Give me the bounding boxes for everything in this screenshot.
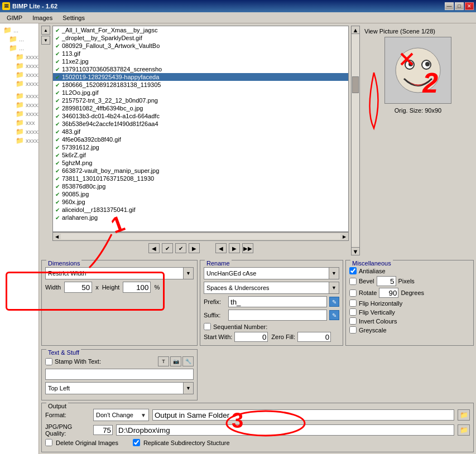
list-item[interactable]: ✔ aliceidol__r1831375041.gif [53, 206, 348, 214]
underscore-select-arrow[interactable]: ▼ [329, 282, 339, 293]
rotate-input[interactable] [379, 288, 398, 298]
list-item[interactable]: ✔ 853876d80c.jpg [53, 182, 348, 190]
suffix-edit-button[interactable]: ✎ [329, 310, 339, 320]
text-action-btn-3[interactable]: 🔧 [182, 356, 194, 366]
tree-item[interactable]: 📁 xxxxxxxx [2, 79, 36, 88]
text-action-btn-2[interactable]: 📷 [170, 356, 181, 366]
minimize-button[interactable]: — [445, 2, 454, 10]
maximize-button[interactable]: □ [455, 2, 464, 10]
vscroll-down[interactable]: ▼ [352, 247, 359, 255]
list-item[interactable]: ✔ _All_I_Want_For_Xmas__by_jagsc [53, 26, 348, 34]
list-item-selected[interactable]: ✔ 1502019-1282925439-happyfaceda [53, 73, 348, 81]
list-item[interactable]: ✔ 289981082_4ffb6394bc_o.jpg [53, 104, 348, 112]
menu-images[interactable]: Images [28, 13, 57, 22]
tree-item[interactable]: 📁 xxxxxxxx [2, 100, 36, 109]
case-select[interactable]: UncHanGEd cAse ▼ [204, 267, 339, 279]
horizontal-scrollbar[interactable]: ◀ ▶ [52, 232, 349, 241]
list-item[interactable]: ✔ 57391612.jpg [53, 143, 348, 151]
prefix-edit-button[interactable]: ✎ [329, 297, 339, 307]
list-item[interactable]: ✔ 36b538e94c2accfe1f490d81f26aa4 [53, 120, 348, 128]
bevel-input[interactable] [377, 276, 396, 286]
tree-item[interactable]: 📁 xxxxxxxx [2, 127, 36, 136]
tree-item[interactable]: 📁 xxxxxxxxxx [2, 91, 36, 100]
tree-item[interactable]: 📁 ... [2, 35, 36, 44]
vscroll-up[interactable]: ▲ [352, 26, 359, 34]
invert-checkbox[interactable] [349, 317, 357, 325]
tree-item[interactable]: 📁 xxx [2, 118, 36, 127]
antialias-checkbox[interactable] [349, 267, 357, 274]
list-item[interactable]: ✔ 13791103703605837824_screensho [53, 65, 348, 73]
suffix-input[interactable] [228, 310, 327, 321]
nav-next-button[interactable]: ▶ [229, 243, 240, 253]
tree-item[interactable]: 📁 xxxxxxxxx_xxxx [2, 52, 36, 61]
scroll-down-button[interactable]: ▼ [41, 36, 50, 45]
height-input[interactable] [123, 282, 151, 293]
tree-item[interactable]: 📁 xxxxxxxx [2, 109, 36, 118]
position-select-arrow[interactable]: ▼ [183, 383, 193, 394]
stamp-text-input[interactable] [45, 369, 194, 380]
menu-settings[interactable]: Settings [58, 13, 89, 22]
menu-gimp[interactable]: GIMP [2, 13, 27, 22]
nav-play-button[interactable]: ▶ [189, 243, 200, 253]
close-button[interactable]: ✕ [465, 2, 474, 10]
tree-item[interactable]: 📁 xxxxxxx_xxxxxxx [2, 61, 36, 70]
list-item[interactable]: ✔ _droplet__by_SparklyDest.gif [53, 34, 348, 42]
nav-end-button[interactable]: ▶▶ [242, 243, 253, 253]
output-dir-input[interactable] [116, 424, 454, 436]
dimension-select-arrow[interactable]: ▼ [183, 268, 193, 279]
vertical-scrollbar[interactable]: ▲ ▼ [351, 26, 360, 255]
bevel-checkbox[interactable] [349, 278, 357, 285]
start-with-input[interactable] [234, 332, 268, 342]
list-item[interactable]: ✔ 11xe2.jpg [53, 57, 348, 65]
sequential-checkbox[interactable] [204, 323, 211, 330]
case-select-arrow[interactable]: ▼ [329, 268, 339, 279]
list-item[interactable]: ✔ 5k6rZ.gif [53, 151, 348, 159]
list-item[interactable]: ✔ 180666_152089128183138_119305 [53, 81, 348, 89]
scroll-up-button[interactable]: ▲ [41, 26, 50, 35]
list-item[interactable]: ✔ 663872-vault_boy_manip_super.jpg [53, 167, 348, 175]
text-action-btn-1[interactable]: T [158, 356, 169, 366]
list-item[interactable]: ✔ 4f6e06a392cb8f40.gif [53, 136, 348, 143]
file-list[interactable]: ✔ _All_I_Want_For_Xmas__by_jagsc ✔ _drop… [52, 26, 349, 232]
scroll-right-button[interactable]: ▶ [342, 234, 347, 239]
tree-item[interactable]: 📁 xxxxxxxxxx [2, 70, 36, 79]
stamp-checkbox[interactable] [45, 358, 52, 365]
tree-item[interactable]: 📁 ... [2, 44, 36, 52]
nav-check2-button[interactable]: ✔ [175, 243, 186, 253]
width-input[interactable] [64, 282, 92, 293]
prefix-input[interactable] [228, 296, 327, 307]
title-bar: 🖼 BIMP Lite - 1.62 — □ ✕ [0, 0, 476, 12]
list-item[interactable]: ✔ 73811_130101763715208_11930 [53, 175, 348, 182]
zero-fill-input[interactable] [297, 332, 331, 342]
delete-checkbox[interactable] [45, 439, 52, 446]
list-item[interactable]: ✔ 960x.jpg [53, 198, 348, 206]
output-dir-button[interactable]: 📁 [458, 424, 470, 436]
list-item[interactable]: ✔ 1L2Oo.jpg.gif [53, 89, 348, 96]
dimension-select[interactable]: Restrict Width ▼ [45, 267, 194, 279]
quality-input[interactable] [93, 425, 113, 435]
format-select[interactable]: Don't Change ▼ [93, 409, 149, 421]
fliph-checkbox[interactable] [349, 300, 357, 307]
position-select[interactable]: Top Left ▼ [45, 382, 194, 394]
nav-prev-button[interactable]: ◀ [215, 243, 227, 253]
flipv-checkbox[interactable] [349, 308, 357, 316]
tree-item[interactable]: 📁 ... [2, 26, 36, 35]
scroll-left-button[interactable]: ◀ [54, 234, 60, 239]
underscore-select[interactable]: Spaces & Underscores ▼ [204, 282, 339, 294]
list-item[interactable]: ✔ 113.gif [53, 50, 348, 57]
list-item[interactable]: ✔ 483.gif [53, 128, 348, 136]
output-path-input[interactable] [152, 409, 454, 421]
list-item[interactable]: ✔ 080929_Fallout_3_Artwork_VaultBo [53, 42, 348, 50]
replicate-checkbox[interactable] [133, 439, 140, 446]
rotate-checkbox[interactable] [349, 289, 357, 297]
greyscale-checkbox[interactable] [349, 326, 357, 334]
list-item[interactable]: ✔ 90085.jpg [53, 190, 348, 198]
list-item[interactable]: ✔ arlaharen.jpg [53, 214, 348, 221]
list-item[interactable]: ✔ 346013b3-dc01-4b24-a1cd-664adfc [53, 112, 348, 120]
tree-item[interactable]: 📁 xxxxxxxxx [2, 136, 36, 145]
output-folder-button[interactable]: 📁 [458, 409, 470, 421]
nav-back-button[interactable]: ◀ [148, 243, 160, 253]
list-item[interactable]: ✔ 2157572-tnt_3_22_12_b0nd07.png [53, 96, 348, 104]
nav-check-button[interactable]: ✔ [162, 243, 173, 253]
list-item[interactable]: ✔ 5ghzM.png [53, 159, 348, 167]
